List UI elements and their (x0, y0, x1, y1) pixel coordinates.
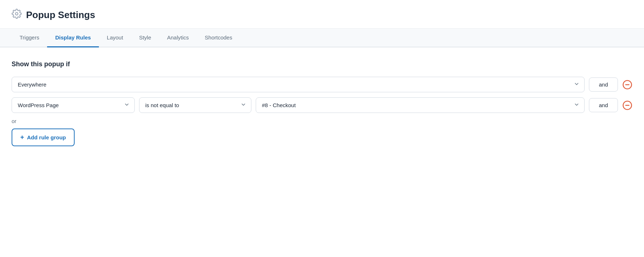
or-label: or (12, 118, 632, 124)
and-button-1: and (589, 77, 618, 92)
type-dropdown-wrapper: WordPress Page Blog Post Category Tag (12, 97, 135, 113)
page-header: Popup Settings (0, 0, 644, 29)
svg-point-0 (16, 13, 18, 15)
tab-triggers[interactable]: Triggers (12, 29, 47, 47)
type-dropdown[interactable]: WordPress Page Blog Post Category Tag (12, 97, 135, 113)
minus-circle-icon-2 (622, 100, 632, 110)
remove-rule-2-button[interactable] (622, 100, 632, 110)
gear-icon (12, 9, 22, 21)
add-rule-group-label: Add rule group (27, 134, 66, 140)
operator-dropdown-wrapper: is not equal to is equal to contains doe… (139, 97, 251, 113)
condition-dropdown[interactable]: Everywhere Specific Pages Blog Posts Woo… (12, 77, 585, 92)
target-dropdown[interactable]: #8 - Checkout #1 - Home #2 - About #5 - … (256, 97, 585, 113)
rule-group: Everywhere Specific Pages Blog Posts Woo… (12, 77, 632, 113)
tabs-bar: Triggers Display Rules Layout Style Anal… (0, 29, 644, 47)
tab-shortcodes[interactable]: Shortcodes (197, 29, 240, 47)
operator-dropdown[interactable]: is not equal to is equal to contains doe… (139, 97, 251, 113)
add-rule-group-button[interactable]: + Add rule group (12, 128, 75, 146)
tab-analytics[interactable]: Analytics (159, 29, 197, 47)
rule-row-2: WordPress Page Blog Post Category Tag is… (12, 97, 632, 113)
tab-style[interactable]: Style (131, 29, 159, 47)
minus-circle-icon (622, 80, 632, 90)
plus-icon: + (20, 134, 24, 141)
target-dropdown-wrapper: #8 - Checkout #1 - Home #2 - About #5 - … (256, 97, 585, 113)
tab-display-rules[interactable]: Display Rules (47, 29, 99, 47)
condition-dropdown-wrapper: Everywhere Specific Pages Blog Posts Woo… (12, 77, 585, 92)
main-content: Show this popup if Everywhere Specific P… (0, 47, 644, 161)
rule-row-1: Everywhere Specific Pages Blog Posts Woo… (12, 77, 632, 92)
page-title: Popup Settings (26, 9, 95, 21)
remove-rule-1-button[interactable] (622, 80, 632, 90)
and-button-2: and (589, 98, 618, 112)
tab-layout[interactable]: Layout (99, 29, 131, 47)
section-heading: Show this popup if (12, 60, 632, 68)
